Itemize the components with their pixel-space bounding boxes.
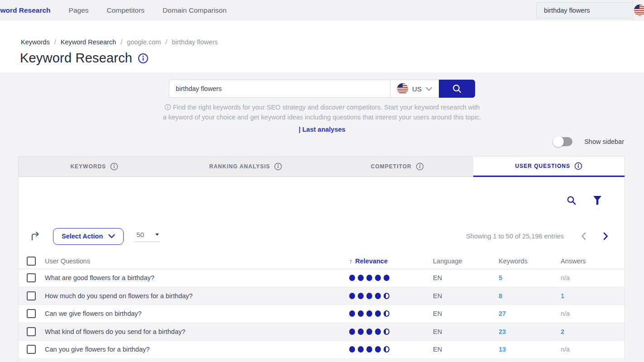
answers-value[interactable]: 1: [561, 292, 564, 300]
nav-item-competitors[interactable]: Competitors: [107, 6, 145, 14]
next-page-chevron[interactable]: [603, 232, 608, 240]
tab-label: User Questions: [515, 163, 570, 169]
country-code: US: [412, 85, 422, 93]
table-row[interactable]: How much do you spend on flowers for a b…: [19, 287, 625, 305]
row-checkbox[interactable]: [27, 291, 36, 300]
select-action-dropdown[interactable]: Select Action: [53, 228, 124, 245]
filter-icon[interactable]: [593, 195, 602, 205]
pagination-summary: Showing 1 to 50 of 25,196 entries: [466, 233, 564, 240]
relevance-dot: [366, 275, 372, 281]
table-header: User Questions Relevance Language Keywor…: [19, 253, 625, 269]
relevance-dot: [366, 293, 372, 299]
breadcrumb-keywords[interactable]: Keywords: [21, 38, 50, 46]
column-header-user-questions[interactable]: User Questions: [45, 257, 331, 265]
question-text: How much do you spend on flowers for a b…: [45, 292, 331, 300]
info-icon: [110, 162, 118, 171]
relevance-dots: [331, 293, 417, 299]
last-analyses-link[interactable]: | Last analyses: [298, 126, 345, 133]
row-checkbox[interactable]: [27, 345, 36, 354]
relevance-dot: [358, 346, 364, 352]
relevance-dots: [331, 329, 417, 335]
column-header-keywords[interactable]: Keywords: [483, 257, 546, 265]
chevron-down-icon: [426, 87, 432, 91]
nav-item-keyword-research[interactable]: Keyword Research: [0, 6, 51, 14]
answers-value: n/a: [561, 310, 570, 317]
table-body: What are good flowers for a birthday? EN…: [19, 269, 625, 359]
search-description: Find the right keywords for your SEO str…: [163, 102, 482, 122]
breadcrumb-separator: /: [120, 38, 122, 46]
column-header-relevance[interactable]: Relevance: [331, 257, 417, 265]
row-checkbox[interactable]: [27, 309, 36, 318]
keyword-search-input[interactable]: [169, 80, 390, 98]
chevron-down-icon: [108, 234, 115, 238]
question-text: What are good flowers for a birthday?: [45, 274, 331, 281]
country-selector[interactable]: US: [390, 80, 439, 98]
column-header-answers[interactable]: Answers: [546, 257, 625, 265]
table-row[interactable]: What kind of flowers do you send for a b…: [19, 323, 625, 341]
sort-asc-icon: [349, 257, 355, 265]
column-header-language[interactable]: Language: [417, 257, 483, 265]
info-icon: [574, 162, 582, 170]
tab-user-questions[interactable]: User Questions: [473, 157, 625, 177]
language-value: EN: [417, 346, 483, 353]
table-row[interactable]: Can you give flowers for a birthday? EN …: [19, 341, 625, 359]
tab-competitor[interactable]: Competitor: [322, 157, 473, 177]
us-flag-icon[interactable]: [634, 5, 644, 16]
relevance-dot: [349, 293, 355, 299]
answers-value: n/a: [561, 274, 570, 281]
us-flag-icon: [397, 83, 408, 94]
nav-item-domain-comparison[interactable]: Domain Comparison: [163, 6, 226, 14]
question-text: Can you give flowers for a birthday?: [45, 346, 331, 353]
tab-label: Keywords: [70, 163, 106, 170]
breadcrumb-separator: /: [165, 38, 167, 46]
relevance-dot: [384, 346, 389, 352]
relevance-dot: [375, 310, 381, 317]
keywords-link[interactable]: 23: [499, 328, 506, 335]
row-checkbox[interactable]: [27, 327, 36, 336]
tab-ranking-analysis[interactable]: Ranking Analysis: [170, 157, 322, 177]
breadcrumb-keyword-research[interactable]: Keyword Research: [61, 38, 116, 46]
search-icon: [452, 84, 462, 94]
relevance-dots: [331, 310, 417, 317]
select-all-checkbox[interactable]: [27, 257, 36, 266]
page-size-select[interactable]: 50: [135, 231, 160, 242]
question-text: What kind of flowers do you send for a b…: [45, 328, 331, 335]
title-info-icon[interactable]: [138, 53, 149, 64]
keywords-link[interactable]: 13: [499, 346, 506, 353]
prev-page-chevron[interactable]: [581, 232, 586, 240]
relevance-dot: [375, 293, 381, 299]
row-checkbox[interactable]: [27, 273, 36, 282]
answers-value[interactable]: 2: [561, 328, 564, 335]
relevance-dot: [358, 275, 364, 281]
keywords-link[interactable]: 8: [499, 292, 502, 300]
relevance-dot: [349, 275, 355, 281]
relevance-dot: [358, 329, 364, 335]
relevance-dot: [358, 293, 364, 299]
tab-keywords[interactable]: Keywords: [19, 157, 170, 177]
topbar-search-input[interactable]: [536, 2, 633, 19]
search-button[interactable]: [439, 80, 475, 98]
caret-down-icon: [155, 233, 159, 236]
breadcrumb-domain[interactable]: google.com: [127, 38, 161, 46]
relevance-dot: [384, 310, 389, 317]
table-row[interactable]: What are good flowers for a birthday? EN…: [19, 269, 625, 287]
show-sidebar-toggle[interactable]: [553, 137, 572, 146]
relevance-dot: [375, 329, 381, 335]
language-value: EN: [417, 274, 483, 281]
language-value: EN: [417, 310, 483, 317]
relevance-dot: [349, 329, 355, 335]
nav-item-pages[interactable]: Pages: [69, 6, 89, 14]
table-row[interactable]: Can we give flowers on birthday? EN 27 n…: [19, 305, 625, 323]
relevance-dot: [366, 329, 372, 335]
relevance-dot: [384, 293, 389, 299]
keywords-link[interactable]: 5: [499, 274, 502, 281]
relevance-dots: [331, 275, 417, 281]
page-title: Keyword Research: [20, 51, 132, 66]
export-icon[interactable]: [29, 230, 41, 242]
breadcrumb-keyword[interactable]: birthday flowers: [172, 38, 218, 46]
table-search-icon[interactable]: [567, 195, 577, 205]
toggle-knob: [553, 136, 564, 147]
language-value: EN: [417, 292, 483, 300]
keywords-link[interactable]: 27: [499, 310, 506, 317]
relevance-dot: [384, 275, 389, 281]
